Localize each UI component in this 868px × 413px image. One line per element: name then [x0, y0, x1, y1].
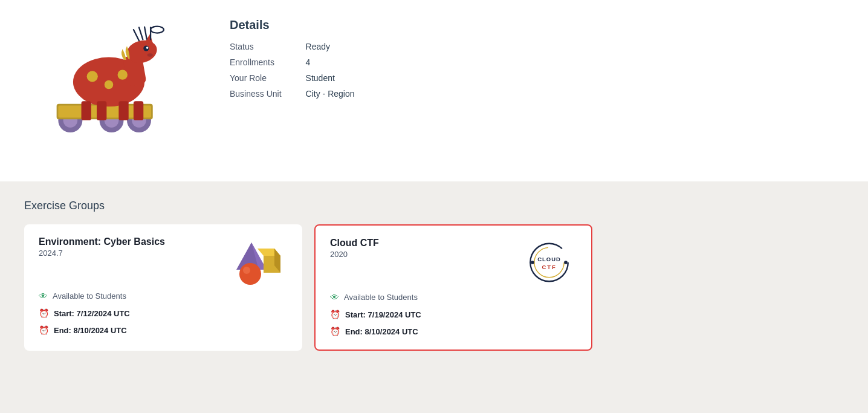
eye-icon-ctf: 👁 [330, 292, 339, 302]
cyber-basics-subtitle: 2024.7 [39, 249, 165, 258]
cloud-ctf-subtitle: 2020 [330, 250, 379, 259]
svg-point-19 [151, 27, 164, 33]
svg-rect-21 [97, 101, 106, 120]
cyber-basics-icon [233, 236, 288, 285]
role-value: Student [306, 73, 355, 83]
svg-point-24 [87, 71, 98, 82]
cloud-ctf-availability: 👁 Available to Students [330, 292, 577, 302]
cloud-ctf-card[interactable]: Cloud CTF 2020 CLOUD CTF [314, 224, 592, 351]
role-label: Your Role [230, 73, 282, 83]
svg-rect-23 [134, 101, 143, 120]
cyber-basics-start: ⏰ Start: 7/12/2024 UTC [39, 308, 288, 318]
alarm-end-icon-ctf: ⏰ [330, 327, 340, 336]
cyber-basics-title-block: Environment: Cyber Basics 2024.7 [39, 236, 165, 265]
cyber-basics-card-header: Environment: Cyber Basics 2024.7 [39, 236, 288, 285]
svg-point-39 [564, 261, 568, 264]
cyber-basics-title: Environment: Cyber Basics [39, 236, 165, 247]
cloud-ctf-title-block: Cloud CTF 2020 [330, 238, 379, 266]
svg-line-17 [144, 27, 147, 39]
eye-icon: 👁 [39, 291, 48, 301]
svg-point-13 [146, 47, 149, 49]
cloud-ctf-card-header: Cloud CTF 2020 CLOUD CTF [330, 238, 577, 286]
details-title: Details [230, 18, 355, 32]
svg-point-33 [243, 267, 250, 274]
cards-row: Environment: Cyber Basics 2024.7 [24, 224, 844, 351]
svg-line-16 [139, 27, 143, 39]
status-value: Ready [306, 42, 355, 51]
details-section: Details Status Ready Enrollments 4 Your … [230, 12, 355, 99]
alarm-start-icon-ctf: ⏰ [330, 310, 340, 319]
svg-point-26 [118, 70, 128, 79]
details-table: Status Ready Enrollments 4 Your Role Stu… [230, 42, 355, 99]
svg-point-25 [105, 80, 114, 89]
svg-text:CTF: CTF [542, 264, 556, 270]
course-image [24, 12, 193, 157]
cloud-ctf-end: ⏰ End: 8/10/2024 UTC [330, 327, 577, 336]
enrollments-value: 4 [306, 57, 355, 67]
top-section: Details Status Ready Enrollments 4 Your … [0, 0, 868, 181]
cyber-basics-end: ⏰ End: 8/10/2024 UTC [39, 325, 288, 335]
svg-point-38 [531, 261, 534, 264]
exercise-groups-title: Exercise Groups [24, 200, 844, 212]
business-unit-value: City - Region [306, 89, 355, 99]
business-unit-label: Business Unit [230, 89, 282, 99]
svg-point-14 [147, 53, 153, 56]
enrollments-label: Enrollments [230, 57, 282, 67]
cloud-ctf-logo: CLOUD CTF [522, 238, 577, 286]
status-label: Status [230, 42, 282, 51]
bottom-section: Exercise Groups Environment: Cyber Basic… [0, 181, 868, 375]
svg-rect-22 [118, 101, 128, 120]
cyber-basics-availability: 👁 Available to Students [39, 291, 288, 301]
alarm-start-icon: ⏰ [39, 308, 49, 318]
alarm-end-icon: ⏰ [39, 325, 49, 335]
svg-line-15 [134, 30, 139, 41]
cyber-basics-card[interactable]: Environment: Cyber Basics 2024.7 [24, 224, 302, 351]
svg-rect-20 [82, 101, 91, 120]
cloud-ctf-title: Cloud CTF [330, 238, 379, 249]
cloud-ctf-start: ⏰ Start: 7/19/2024 UTC [330, 310, 577, 319]
svg-text:CLOUD: CLOUD [537, 256, 560, 262]
svg-point-32 [239, 263, 261, 285]
